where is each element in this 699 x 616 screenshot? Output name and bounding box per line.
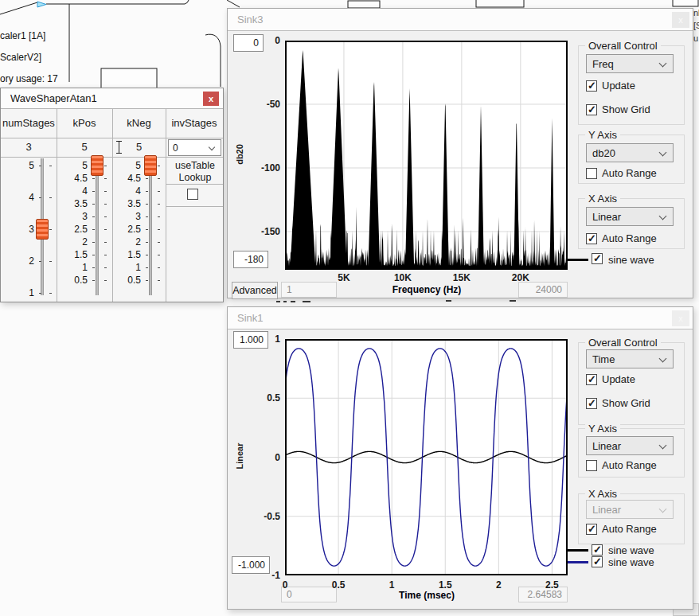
legend-label: sine wave: [608, 544, 654, 556]
y-axis-dropdown[interactable]: db20: [586, 143, 674, 162]
y-auto-range-row[interactable]: Auto Range: [586, 167, 657, 179]
sink3-titlebar[interactable]: Sink3 x: [228, 9, 693, 31]
legend-label: sine wave: [608, 254, 654, 266]
slider-tick: [92, 242, 95, 243]
y-axis-tick-label: 0: [228, 35, 280, 46]
slider-tick-label: 2: [57, 236, 88, 248]
invstages-dropdown[interactable]: 0: [168, 139, 221, 156]
kpos-value[interactable]: 5: [57, 138, 112, 157]
show-grid-checkbox[interactable]: [586, 104, 597, 115]
close-icon[interactable]: x: [672, 12, 689, 28]
update-checkbox[interactable]: [586, 374, 597, 385]
slider-tick: [158, 166, 160, 166]
legend-checkbox[interactable]: [592, 544, 603, 556]
auto-range-checkbox[interactable]: [586, 233, 597, 244]
close-icon[interactable]: x: [203, 92, 219, 106]
slider-tick-label: 1: [57, 262, 88, 273]
clipped-text-fragment: [303, 301, 310, 302]
clipped-text-fragment: [283, 301, 287, 302]
chevron-down-icon: [659, 355, 667, 363]
advanced-button[interactable]: Advanced: [232, 282, 278, 299]
update-checkbox[interactable]: [586, 80, 597, 92]
show-grid-checkbox-row[interactable]: Show Grid: [586, 103, 650, 115]
waveshaper-titlebar[interactable]: WaveShaperAtan1 x: [1, 88, 223, 109]
module-text-line: ory usage: 17: [0, 73, 58, 84]
slider-track[interactable]: [149, 158, 152, 295]
group-label: X Axis: [585, 488, 620, 500]
chevron-down-icon: [659, 60, 667, 68]
usetable-lookup-checkbox[interactable]: [187, 189, 198, 200]
slider-tick: [92, 267, 95, 268]
slider-tick: [49, 166, 52, 166]
slider-track[interactable]: [96, 158, 99, 295]
sink1-titlebar[interactable]: Sink1 x: [228, 307, 693, 329]
x-axis-group: X Axis Linear Auto Range: [578, 493, 685, 544]
slider-tick-label: 5: [111, 160, 141, 171]
x-axis-dropdown[interactable]: Linear: [586, 207, 674, 226]
slider-handle[interactable]: [91, 155, 103, 176]
legend-checkbox[interactable]: [592, 556, 603, 567]
column-header-invstages: invStages: [166, 109, 223, 138]
x-axis-tick-label: 2.5: [536, 579, 568, 591]
x-auto-range-row[interactable]: Auto Range: [586, 523, 657, 535]
window-title: WaveShaperAtan1: [10, 92, 97, 104]
overall-control-dropdown[interactable]: Time: [586, 349, 674, 368]
slider-tick: [39, 261, 41, 262]
x-axis-tick-label: 10K: [387, 272, 419, 283]
overall-control-dropdown[interactable]: Freq: [586, 54, 674, 73]
slider-handle[interactable]: [36, 219, 49, 240]
group-label: Y Axis: [585, 423, 620, 435]
show-grid-checkbox-row[interactable]: Show Grid: [586, 397, 650, 409]
slider-tick: [158, 267, 160, 268]
slider-tick: [104, 178, 107, 179]
update-checkbox-row[interactable]: Update: [586, 80, 635, 92]
y-axis-dropdown[interactable]: Linear: [586, 436, 674, 455]
slider-tick: [92, 229, 95, 230]
overall-control-group: Overall Control Time Update Show Grid: [578, 342, 685, 425]
chevron-down-icon: [659, 442, 667, 450]
slider-tick: [146, 229, 148, 230]
update-checkbox-row[interactable]: Update: [586, 373, 635, 385]
show-grid-checkbox[interactable]: [586, 398, 597, 409]
slider-tick: [158, 216, 160, 217]
x-axis-tick-label: 20K: [505, 272, 537, 283]
slider-tick-label: 3: [57, 211, 88, 222]
x-max-field: 24000: [518, 282, 568, 298]
clipped-text-fragment: [510, 300, 516, 302]
slider-tick-label: 2.5: [111, 224, 141, 235]
slider-tick: [92, 280, 95, 281]
slider-tick: [39, 166, 41, 166]
slider-tick-label: 1: [4, 287, 34, 298]
x-axis-title: Frequency (Hz): [339, 284, 514, 295]
slider-tick-label: 1.5: [57, 249, 88, 260]
x-auto-range-row[interactable]: Auto Range: [586, 232, 657, 244]
y-auto-range-row[interactable]: Auto Range: [586, 459, 657, 471]
slider-tick: [158, 242, 160, 243]
slider-tick: [104, 267, 107, 268]
legend-line-icon: [568, 561, 588, 563]
close-icon[interactable]: x: [672, 310, 689, 326]
clipped-module-text: [S: [693, 21, 699, 30]
x-axis-group: X Axis Linear Auto Range: [578, 198, 685, 249]
column-header-kneg: kNeg: [112, 109, 166, 138]
auto-range-checkbox[interactable]: [586, 524, 597, 535]
y-axis-tick-label: 0.5: [228, 392, 280, 404]
slider-tick: [104, 280, 107, 281]
slider-tick-label: 0.5: [111, 275, 141, 286]
slider-tick: [49, 261, 52, 262]
slider-tick: [92, 178, 95, 179]
auto-range-checkbox[interactable]: [586, 460, 597, 471]
auto-range-checkbox[interactable]: [586, 168, 597, 179]
y-min-field[interactable]: -180: [233, 251, 268, 268]
legend-checkbox[interactable]: [592, 253, 603, 264]
x-axis-tick-label: 1.5: [429, 579, 461, 591]
y-axis-tick-label: -150: [228, 226, 280, 237]
slider-tick-label: 3.5: [57, 198, 88, 209]
slider-handle[interactable]: [144, 155, 157, 176]
slider-tick: [104, 204, 107, 205]
slider-tick: [39, 197, 41, 198]
group-label: X Axis: [585, 193, 620, 205]
slider-tick-label: 1.5: [111, 249, 141, 260]
x-axis-tick-label: 2: [482, 579, 514, 591]
numstages-value[interactable]: 3: [1, 138, 57, 157]
